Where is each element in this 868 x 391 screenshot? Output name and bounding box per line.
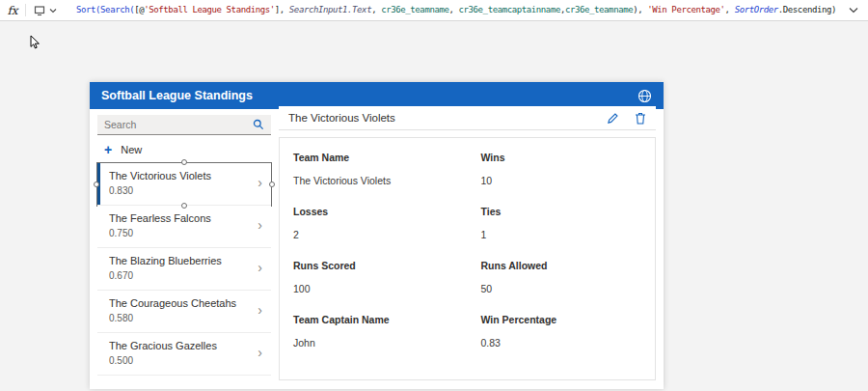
- property-selector-icon: [34, 5, 45, 16]
- team-name: The Blazing Blueberries: [109, 255, 261, 266]
- team-win-pct: 0.750: [109, 228, 261, 238]
- field-value: 10: [481, 175, 642, 186]
- form-field: Ties 1: [468, 196, 656, 250]
- form-field: Losses 2: [280, 196, 468, 250]
- field-value: 0.83: [481, 337, 642, 349]
- formula-token: ],: [275, 5, 289, 14]
- formula-token: Sort(: [76, 5, 100, 14]
- plus-icon: +: [104, 143, 112, 156]
- list-item[interactable]: The Fearless Falcons 0.750 ›: [97, 206, 271, 248]
- formula-bar: fx Sort(Search([@'Softball League Standi…: [0, 0, 868, 21]
- field-label: Ties: [481, 206, 642, 217]
- field-value: 1: [481, 229, 642, 240]
- team-win-pct: 0.500: [109, 355, 261, 366]
- formula-token: Search(: [100, 5, 134, 14]
- property-selector[interactable]: [26, 0, 65, 21]
- field-label: Win Percentage: [481, 314, 642, 325]
- team-name: The Fearless Falcons: [109, 212, 261, 224]
- formula-token: [@: [134, 5, 144, 14]
- formula-token: ): [831, 5, 836, 14]
- chevron-down-icon: [49, 8, 57, 14]
- chevron-right-icon: ›: [258, 346, 262, 359]
- field-label: Losses: [293, 206, 454, 217]
- team-name: The Gracious Gazelles: [109, 340, 261, 351]
- formula-token: SortOrder: [735, 5, 778, 14]
- chevron-right-icon: ›: [258, 303, 262, 317]
- form-field: Win Percentage 0.83: [468, 304, 656, 358]
- formula-token: SearchInput1.Text: [289, 5, 371, 14]
- field-label: Runs Scored: [293, 260, 454, 271]
- new-item-label: New: [121, 144, 142, 155]
- chevron-down-icon: [849, 7, 858, 14]
- fx-button[interactable]: fx: [0, 0, 25, 21]
- resize-handle-bottom[interactable]: [181, 203, 187, 209]
- field-label: Team Name: [293, 152, 454, 163]
- form-field: Runs Scored 100: [280, 250, 468, 304]
- field-label: Wins: [481, 152, 642, 163]
- app-title: Softball League Standings: [101, 89, 253, 102]
- fx-icon: fx: [7, 4, 17, 17]
- form-field: Runs Allowed 50: [468, 250, 656, 304]
- formula-token: cr36e_teamname: [381, 5, 448, 14]
- chevron-right-icon: ›: [258, 176, 262, 189]
- formula-token: ,: [725, 5, 735, 14]
- team-win-pct: 0.830: [109, 185, 261, 196]
- formula-token: cr36e_teamcaptainname: [459, 5, 560, 14]
- list-item[interactable]: The Blazing Blueberries 0.670 ›: [97, 248, 271, 291]
- team-win-pct: 0.580: [109, 313, 261, 323]
- detail-title: The Victorious Violets: [288, 112, 395, 124]
- field-value: 100: [293, 283, 454, 294]
- resize-handle-right[interactable]: [269, 182, 275, 187]
- team-win-pct: 0.670: [109, 270, 261, 281]
- globe-icon[interactable]: [637, 89, 652, 103]
- form-field: Team Captain Name John: [280, 304, 468, 358]
- field-label: Team Captain Name: [293, 314, 454, 325]
- detail-header: The Victorious Violets: [279, 106, 656, 130]
- new-item-button[interactable]: + New: [97, 142, 271, 157]
- app-header: Softball League Standings: [90, 82, 664, 109]
- chevron-right-icon: ›: [258, 261, 262, 274]
- team-name: The Courageous Cheetahs: [109, 297, 261, 309]
- team-name: The Victorious Violets: [109, 170, 261, 182]
- delete-button[interactable]: [635, 112, 646, 125]
- search-icon: [253, 119, 264, 130]
- search-box: [97, 115, 271, 135]
- list-item[interactable]: The Victorious Violets 0.830 ›: [97, 163, 271, 206]
- field-value: 2: [293, 229, 454, 240]
- sidebar: + New The Victorious Violets 0.830 › The…: [97, 115, 271, 376]
- formula-token: .Descending: [778, 5, 831, 14]
- formula-token: ),: [633, 5, 647, 14]
- formula-token: ,: [371, 5, 381, 14]
- list-item[interactable]: The Courageous Cheetahs 0.580 ›: [97, 291, 271, 333]
- field-value: John: [293, 337, 454, 349]
- trash-icon: [635, 112, 646, 125]
- formula-token: ,: [448, 5, 458, 14]
- detail-form: Team Name The Victorious Violets Wins 10…: [279, 137, 656, 380]
- form-field: Wins 10: [468, 142, 656, 196]
- pencil-icon: [607, 112, 619, 125]
- resize-handle-top[interactable]: [181, 159, 187, 165]
- search-input[interactable]: [104, 119, 253, 130]
- chevron-right-icon: ›: [258, 218, 262, 232]
- formula-token: 'Win Percentage': [647, 5, 724, 14]
- field-value: The Victorious Violets: [293, 175, 454, 186]
- mouse-cursor: [30, 35, 41, 49]
- formula-token: cr36e_teamname: [565, 5, 633, 14]
- list-item[interactable]: The Gracious Gazelles 0.500 ›: [97, 333, 271, 376]
- form-field: Team Name The Victorious Violets: [280, 142, 468, 196]
- edit-button[interactable]: [607, 112, 619, 125]
- app-canvas: Softball League Standings + New The Vict…: [90, 82, 664, 389]
- team-list: The Victorious Violets 0.830 › The Fearl…: [97, 163, 271, 376]
- formula-input[interactable]: Sort(Search([@'Softball League Standings…: [65, 0, 839, 20]
- field-value: 50: [481, 283, 642, 294]
- formula-expand-button[interactable]: [839, 0, 868, 21]
- formula-token: 'Softball League Standings': [144, 5, 275, 14]
- field-label: Runs Allowed: [481, 260, 642, 271]
- resize-handle-left[interactable]: [94, 182, 99, 187]
